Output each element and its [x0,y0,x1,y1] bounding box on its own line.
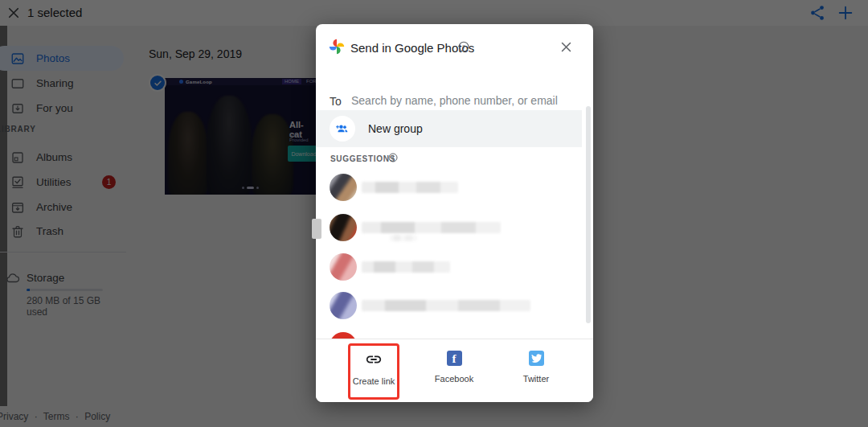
left-edge-artifact [312,219,321,239]
suggestion-contact-row[interactable] [316,253,582,292]
redacted-contact-detail [390,235,417,241]
new-group-label: New group [368,122,423,135]
contact-avatar [330,174,357,201]
redacted-contact-name [362,261,450,273]
facebook-icon: f [447,351,462,366]
help-icon[interactable]: ? [458,41,469,52]
create-link-highlight-box [348,343,399,400]
svg-text:?: ? [462,43,465,51]
suggestions-heading: SUGGESTIONS [330,154,395,163]
dialog-title: Send in Google Photos [350,41,474,55]
suggestion-contact-row[interactable] [316,174,582,212]
new-group-row[interactable]: New group [316,110,582,147]
google-photos-app: 1 selected Photos Sharing For you LIBRAR… [0,0,868,427]
suggestion-contact-row[interactable] [316,292,582,331]
google-photos-logo [329,39,345,55]
redacted-contact-name [362,300,530,311]
group-add-icon [335,121,350,136]
contact-avatar [330,253,357,281]
redacted-contact-name [362,222,501,233]
twitter-option[interactable]: Twitter [500,351,572,384]
facebook-option[interactable]: f Facebook [418,351,490,384]
to-label: To [330,95,342,108]
suggestion-contact-row[interactable] [316,214,582,253]
info-icon[interactable] [388,153,398,162]
facebook-label: Facebook [435,374,473,384]
recipient-search-input[interactable] [350,91,573,110]
twitter-icon [529,351,544,366]
send-dialog: Send in Google Photos ? To New group [316,24,593,402]
new-group-avatar [330,116,355,142]
twitter-label: Twitter [523,374,549,384]
contact-avatar [330,292,357,319]
contact-avatar [330,214,357,241]
redacted-contact-name [362,182,458,193]
dialog-close-icon[interactable] [559,40,573,54]
dialog-scrollbar-thumb[interactable] [586,106,591,323]
